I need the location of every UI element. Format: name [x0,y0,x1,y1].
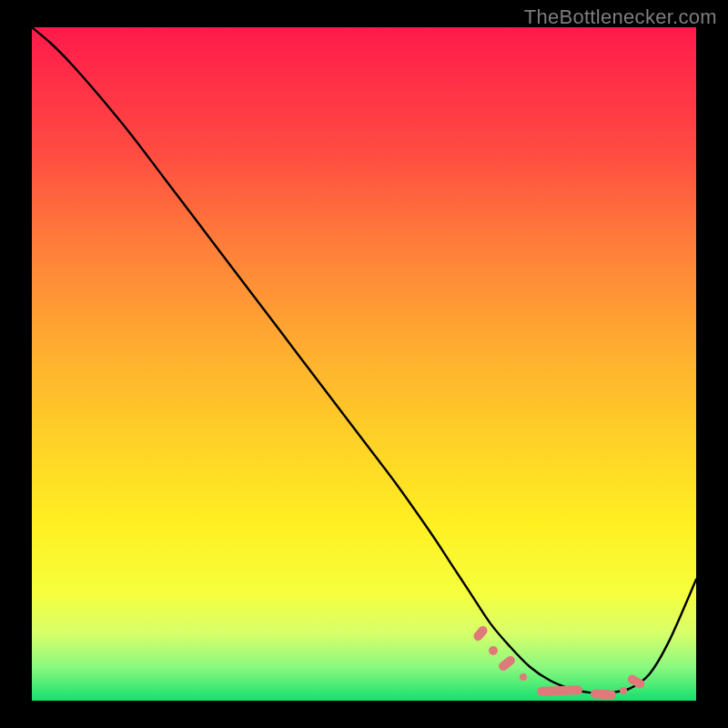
curve-marker [620,687,627,694]
line-curve [32,27,696,701]
plot-area [32,27,696,701]
curve-marker [471,624,489,642]
attribution-text: TheBottlenecker.com [524,5,717,29]
curve-marker [626,673,646,691]
curve-marker [497,654,517,672]
curve-marker [489,646,498,655]
curve-marker [520,673,527,681]
chart-root: TheBottlenecker.com [0,0,728,728]
curve-marker [591,689,616,699]
curve-marker [537,685,582,696]
